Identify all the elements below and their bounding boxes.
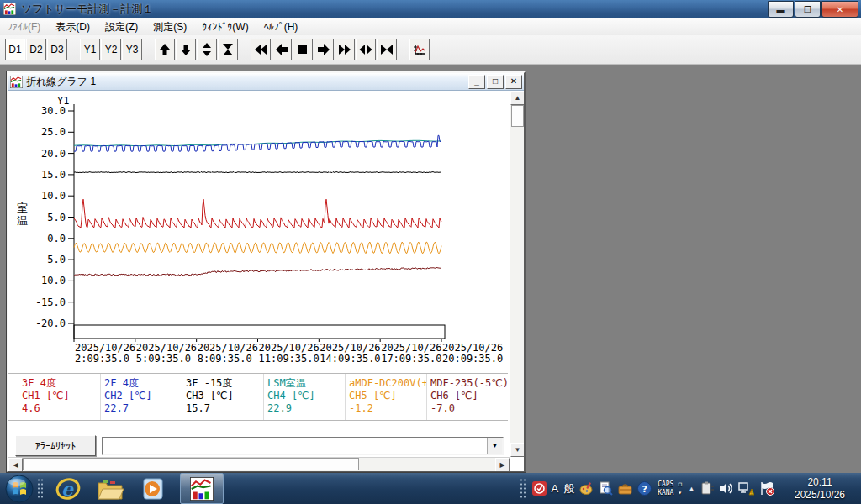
menu-item[interactable]: 表示(D) <box>48 18 98 36</box>
alarm-reset-button[interactable]: ｱﾗｰﾑﾘｾｯﾄ <box>15 435 96 456</box>
taskbar-clock[interactable]: 20:11 2025/10/26 <box>784 476 856 501</box>
ime-pad-icon[interactable] <box>579 481 594 496</box>
app-chart-icon <box>3 3 16 15</box>
svg-text:室: 室 <box>17 202 28 214</box>
svg-text:-20.0: -20.0 <box>35 318 66 329</box>
volume-icon[interactable] <box>719 481 733 496</box>
toolbar-button-y3[interactable]: Y3 <box>122 39 142 60</box>
channel-value: -1.2 <box>349 402 425 415</box>
toolbar-collapse-vertical-icon[interactable] <box>218 39 238 60</box>
clipboard-icon[interactable] <box>700 481 714 496</box>
toolbar-stop-icon[interactable] <box>293 39 313 60</box>
media-player-icon[interactable] <box>136 475 168 503</box>
scroll-up-icon[interactable]: ▲ <box>510 91 524 105</box>
toolbar-arrow-down-icon[interactable] <box>176 39 196 60</box>
app-chart-icon <box>10 76 23 88</box>
svg-text:20.0: 20.0 <box>41 148 66 160</box>
toolbox-icon[interactable] <box>618 481 632 496</box>
window-title: ソフトサーモ計測－計測１ <box>21 2 154 17</box>
start-button[interactable] <box>5 475 34 503</box>
channel-id: CH2 [℃] <box>104 390 180 402</box>
toolbar-chart-icon[interactable] <box>409 39 430 60</box>
caps-kana-indicator[interactable]: CAPS ❐ KANA ▾ <box>658 480 682 497</box>
minimize-button[interactable]: ▬ <box>768 1 794 18</box>
menu-item[interactable]: 設定(Z) <box>98 18 145 36</box>
alarm-combobox[interactable]: ▼ <box>102 437 504 455</box>
ime-status-icon[interactable] <box>532 481 547 496</box>
toolbar-double-right-icon[interactable] <box>335 39 355 60</box>
toolbar-collapse-horizontal-icon[interactable] <box>377 39 397 60</box>
toolbar-button-d3[interactable]: D3 <box>47 39 67 60</box>
toolbar-double-left-icon[interactable] <box>251 39 271 60</box>
close-button[interactable]: ✕ <box>821 1 858 18</box>
toolbar-expand-horizontal-icon[interactable] <box>356 39 376 60</box>
toolbar-button-y2[interactable]: Y2 <box>101 39 121 60</box>
action-center-flag-icon[interactable] <box>759 481 774 496</box>
vertical-scrollbar[interactable]: ▲ ▼ <box>510 91 524 457</box>
svg-text:25.0: 25.0 <box>41 126 66 138</box>
show-hidden-icons[interactable]: ▲ <box>688 485 695 493</box>
ime-mode-a[interactable]: A <box>552 482 559 495</box>
legend-entry-ch5: aMDF-DC200V(+7 CH5 [℃] -1.2 <box>345 374 426 420</box>
channel-value: 4.6 <box>22 402 98 415</box>
toolbar-arrow-left-icon[interactable] <box>272 39 292 60</box>
menu-item[interactable]: 測定(S) <box>145 18 194 36</box>
clock-date: 2025/10/26 <box>784 489 856 501</box>
menubar: ﾌｧｲﾙ(F)表示(D)設定(Z)測定(S)ｳｨﾝﾄﾞｳ(W)ﾍﾙﾌﾟ(H) <box>0 18 861 36</box>
svg-text:温: 温 <box>17 214 28 227</box>
horizontal-scrollbar[interactable]: ◀ ▶ <box>8 457 510 471</box>
svg-text:10.0: 10.0 <box>41 190 66 202</box>
active-app-task-button[interactable] <box>180 473 224 504</box>
menu-item[interactable]: ｳｨﾝﾄﾞｳ(W) <box>194 19 256 34</box>
internet-explorer-icon[interactable]: e <box>52 475 84 503</box>
dictionary-icon[interactable] <box>599 481 613 496</box>
help-icon[interactable]: ? <box>637 481 652 496</box>
toolbar-arrow-up-icon[interactable] <box>155 39 175 60</box>
svg-text:2025/10/26: 2025/10/26 <box>198 342 258 354</box>
svg-text:e: e <box>61 478 75 500</box>
series-ch4 <box>74 140 441 145</box>
series-ch5 <box>74 242 441 254</box>
taskbar: e A 般 ? CAPS ❐ KANA ▾ ▲ <box>0 473 861 504</box>
main-titlebar: ソフトサーモ計測－計測１ ▬ ❐ ✕ <box>0 0 861 19</box>
toolbar-button-d1[interactable]: D1 <box>5 39 25 60</box>
windows-explorer-icon[interactable] <box>94 475 126 503</box>
menu-item[interactable]: ﾍﾙﾌﾟ(H) <box>256 19 306 34</box>
system-tray: A 般 ? CAPS ❐ KANA ▾ ▲ ! 20:11 2025/10/26 <box>516 473 861 504</box>
horizontal-scroll-track[interactable] <box>359 458 495 471</box>
svg-text:2:09:35.0: 2:09:35.0 <box>75 353 129 365</box>
toolbar-button-d2[interactable]: D2 <box>26 39 46 60</box>
channel-value: 15.7 <box>186 402 261 415</box>
scroll-left-icon[interactable]: ◀ <box>8 458 23 471</box>
toolbar-button-y1[interactable]: Y1 <box>80 39 100 60</box>
taskbar-grip <box>37 478 44 500</box>
graph-close-button[interactable]: ✕ <box>505 75 522 89</box>
channel-label: MDF-235(-5℃) <box>430 377 506 390</box>
legend-entry-ch4: LSM室温 CH4 [℃] 22.9 <box>263 374 345 420</box>
menu-item[interactable]: ﾌｧｲﾙ(F) <box>0 19 48 34</box>
toolbar-expand-vertical-icon[interactable] <box>197 39 217 60</box>
channel-label: 2F 4度 <box>104 377 180 390</box>
svg-text:30.0: 30.0 <box>41 105 66 117</box>
tray-grip <box>520 478 526 500</box>
horizontal-scroll-thumb[interactable] <box>23 458 359 470</box>
graph-maximize-button[interactable]: □ <box>487 75 504 89</box>
graph-minimize-button[interactable]: _ <box>468 75 485 89</box>
scroll-down-icon[interactable]: ▼ <box>510 443 524 457</box>
ime-mode-general[interactable]: 般 <box>563 481 574 496</box>
svg-text:0.0: 0.0 <box>47 233 66 244</box>
svg-text:5:09:35.0: 5:09:35.0 <box>136 353 191 365</box>
channel-value: 22.7 <box>104 402 180 415</box>
svg-text:-15.0: -15.0 <box>35 297 66 308</box>
series-ch1 <box>74 199 441 228</box>
vertical-scroll-thumb[interactable] <box>511 105 524 127</box>
graph-window-titlebar[interactable]: 折れ線グラフ 1 _ □ ✕ <box>8 73 524 91</box>
mdi-background: 折れ線グラフ 1 _ □ ✕ Y130.025.020.015.010.05.0… <box>0 65 861 473</box>
restore-button[interactable]: ❐ <box>795 1 821 18</box>
combobox-dropdown-icon[interactable]: ▼ <box>487 438 502 454</box>
channel-label: LSM室温 <box>267 377 343 390</box>
svg-text:15.0: 15.0 <box>41 169 66 181</box>
network-warning-icon[interactable]: ! <box>738 481 754 496</box>
scroll-right-icon[interactable]: ▶ <box>495 458 510 471</box>
toolbar-arrow-right-icon[interactable] <box>314 39 334 60</box>
